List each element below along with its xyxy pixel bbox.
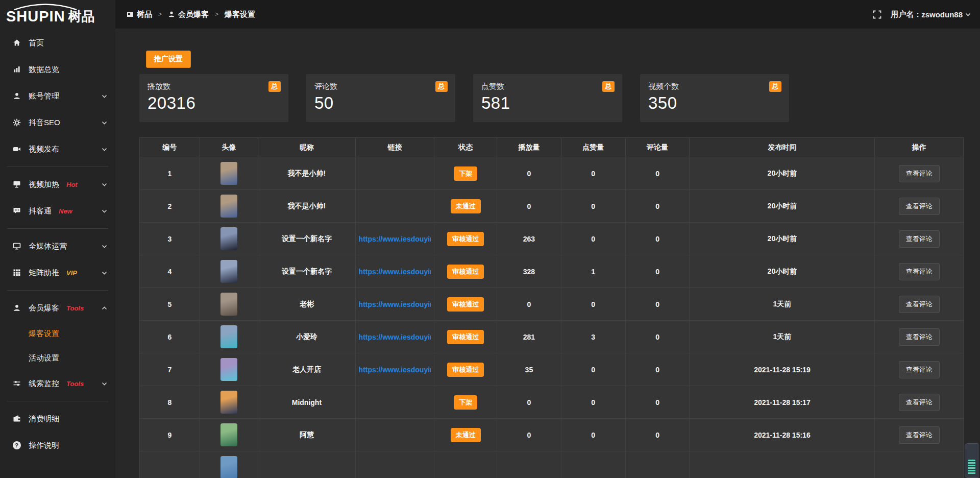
grid-icon (12, 269, 21, 277)
view-comments-button[interactable]: 查看评论 (899, 198, 940, 215)
video-link[interactable]: https://www.iesdouyin.c (359, 235, 431, 243)
publish-time: 2021-11-28 15:19 (690, 353, 875, 386)
sidebar-item-consumption-details[interactable]: 消费明细 (0, 405, 115, 432)
sidebar-item-member-baoke[interactable]: 会员爆客 Tools (0, 295, 115, 321)
status-badge: 下架 (454, 166, 477, 181)
avatar (220, 325, 237, 348)
status-badge: 审核通过 (447, 265, 484, 279)
fullscreen-icon[interactable] (873, 10, 881, 19)
sidebar-divider (7, 166, 108, 167)
sidebar-item-video-publish[interactable]: 视频发布 (0, 136, 115, 162)
comment-count: 0 (626, 223, 690, 255)
video-link[interactable]: https://www.iesdouyin.c (359, 268, 431, 276)
total-badge: 总 (268, 81, 281, 92)
view-comments-button[interactable]: 查看评论 (899, 394, 940, 411)
comment-count: 0 (626, 419, 690, 451)
col-header-id: 编号 (140, 138, 200, 157)
table-row: 2 我不是小帅! 未通过 0 0 0 20小时前 查看评论 (140, 190, 963, 223)
stat-label: 评论数 (314, 82, 447, 91)
topbar: 树品 > 会员爆客 > 爆客设置 用户名： zswodun88 (115, 0, 980, 29)
comment-count: 0 (626, 353, 690, 386)
avatar-cell (200, 190, 259, 223)
breadcrumb-separator: > (158, 11, 162, 18)
member-icon (12, 304, 21, 313)
promo-settings-button[interactable]: 推广设置 (146, 51, 191, 68)
breadcrumb-item-shupin[interactable]: 树品 (127, 10, 152, 19)
table-row: 4 设置一个新名字 https://www.iesdouyin.c 审核通过 3… (140, 255, 963, 288)
chevron-down-icon (102, 148, 107, 151)
view-comments-button[interactable]: 查看评论 (899, 296, 940, 313)
sidebar: SHUPIN 树品 首页 数据总览 账号管理 抖音SEO 视频发布 (0, 0, 115, 478)
nickname: 阿慧 (258, 419, 355, 451)
sidebar-item-label: 抖音SEO (29, 118, 60, 128)
chevron-down-icon (102, 209, 107, 213)
status-badge: 审核通过 (447, 363, 484, 377)
view-comments-button[interactable]: 查看评论 (899, 263, 940, 280)
row-number: 6 (140, 321, 200, 353)
sidebar-item-douketong[interactable]: 抖客通 New (0, 198, 115, 224)
sidebar-item-home[interactable]: 首页 (0, 30, 115, 56)
row-number: 5 (140, 288, 200, 321)
sidebar-item-all-media[interactable]: 全媒体运营 (0, 233, 115, 259)
total-badge: 总 (602, 81, 615, 92)
view-comments-button[interactable]: 查看评论 (899, 230, 940, 248)
avatar (220, 293, 237, 316)
view-comments-button[interactable]: 查看评论 (899, 361, 940, 378)
status-badge: 审核通过 (447, 232, 484, 246)
status-badge: 审核通过 (447, 330, 484, 344)
table-row: 3 设置一个新名字 https://www.iesdouyin.c 审核通过 2… (140, 223, 963, 255)
table-row: 1 我不是小帅! 下架 0 0 0 20小时前 查看评论 (140, 157, 963, 190)
question-icon: ? (12, 441, 21, 450)
video-link[interactable]: https://www.iesdouyin.c (359, 366, 431, 374)
row-number: 9 (140, 419, 200, 451)
videos-table: 编号 头像 昵称 链接 状态 播放量 点赞量 评论量 发布时间 操作 1 我不是… (139, 137, 964, 478)
sidebar-item-data-overview[interactable]: 数据总览 (0, 56, 115, 83)
sidebar-subitem-activity-settings[interactable]: 活动设置 (0, 346, 115, 370)
nickname: 我不是小帅! (258, 190, 355, 223)
logo-text-cn: 树品 (68, 10, 95, 23)
sidebar-subitem-baoke-settings[interactable]: 爆客设置 (0, 321, 115, 346)
sidebar-item-douyin-seo[interactable]: 抖音SEO (0, 109, 115, 136)
like-count: 1 (561, 255, 626, 288)
sidebar-divider (7, 290, 108, 291)
sidebar-item-matrix-boost[interactable]: 矩阵助推 VIP (0, 259, 115, 286)
sidebar-item-account-management[interactable]: 账号管理 (0, 83, 115, 109)
logo-arc (7, 4, 84, 10)
comment-count (626, 451, 690, 478)
view-comments-button[interactable]: 查看评论 (899, 165, 940, 182)
video-link[interactable]: https://www.iesdouyin.c (359, 300, 431, 308)
new-badge: New (59, 207, 72, 215)
sidebar-item-label: 全媒体运营 (29, 242, 67, 251)
nickname: Midnight (258, 386, 355, 419)
sidebar-item-video-heating[interactable]: 视频加热 Hot (0, 171, 115, 198)
floating-widget[interactable] (965, 443, 978, 478)
user-menu[interactable]: 用户名： zswodun88 (891, 10, 971, 19)
avatar-cell (200, 223, 259, 255)
chat-bubble-icon (12, 207, 21, 216)
sidebar-item-label: 消费明细 (29, 414, 59, 424)
stat-label: 视频个数 (648, 82, 781, 91)
video-link[interactable]: https://www.iesdouyin.c (359, 333, 431, 341)
stat-value: 581 (481, 93, 614, 113)
col-header-nickname: 昵称 (258, 138, 355, 157)
breadcrumb-separator: > (215, 11, 218, 18)
sidebar-item-clue-monitor[interactable]: 线索监控 Tools (0, 370, 115, 397)
col-header-link: 链接 (356, 138, 435, 157)
topbar-right: 用户名： zswodun88 (873, 10, 971, 19)
play-count: 0 (497, 386, 561, 419)
tools-badge: Tools (66, 380, 84, 388)
sidebar-item-label: 会员爆客 (29, 303, 59, 313)
avatar-cell (200, 419, 259, 451)
comment-count: 0 (626, 255, 690, 288)
breadcrumb-item-member-baoke[interactable]: 会员爆客 (168, 10, 209, 19)
hot-badge: Hot (66, 181, 78, 188)
gear-icon (12, 118, 21, 127)
sidebar-item-instructions[interactable]: ? 操作说明 (0, 432, 115, 459)
like-count: 0 (561, 157, 626, 190)
view-comments-button[interactable]: 查看评论 (899, 426, 940, 444)
row-number (140, 451, 200, 478)
stat-label: 播放数 (148, 82, 280, 91)
view-comments-button[interactable]: 查看评论 (899, 328, 940, 346)
publish-time: 20小时前 (690, 157, 875, 190)
breadcrumb-item-current: 爆客设置 (225, 10, 255, 19)
